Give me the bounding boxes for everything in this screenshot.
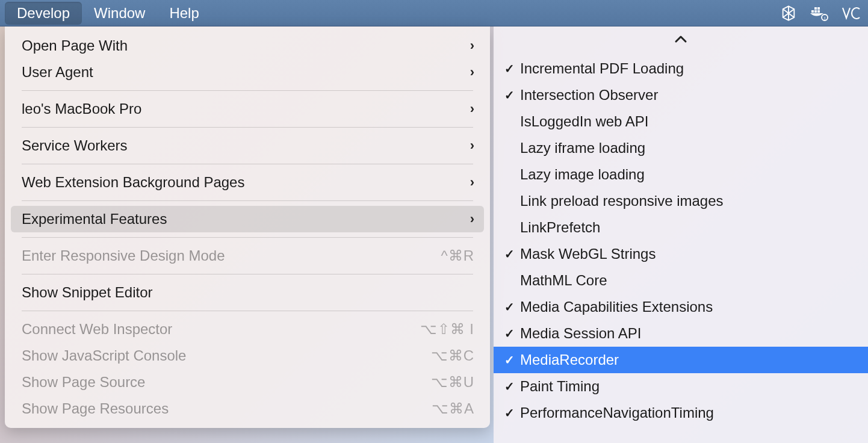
chevron-right-icon: › bbox=[470, 175, 474, 190]
separator bbox=[22, 90, 473, 91]
feature-item[interactable]: Lazy image loading bbox=[494, 161, 868, 188]
label: User Agent bbox=[22, 64, 470, 81]
label: Web Extension Background Pages bbox=[22, 174, 470, 191]
menu-right: ! bbox=[780, 5, 862, 22]
chevron-right-icon: › bbox=[470, 38, 474, 54]
feature-label: Incremental PDF Loading bbox=[520, 60, 856, 77]
feature-item[interactable]: ✓PerformanceNavigationTiming bbox=[494, 400, 868, 426]
menu-help[interactable]: Help bbox=[157, 2, 211, 25]
feature-item[interactable]: ✓Paint Timing bbox=[494, 373, 868, 400]
separator bbox=[22, 311, 473, 311]
checkmark-icon: ✓ bbox=[498, 379, 520, 394]
feature-label: MathML Core bbox=[520, 272, 856, 289]
separator bbox=[22, 127, 473, 128]
svg-rect-0 bbox=[811, 10, 814, 13]
checkmark-icon: ✓ bbox=[498, 353, 520, 367]
label: Show Snippet Editor bbox=[22, 284, 474, 301]
label: Experimental Features bbox=[22, 211, 470, 228]
svg-rect-1 bbox=[814, 10, 817, 13]
shortcut: ⌥⇧⌘ I bbox=[420, 321, 474, 338]
svg-text:!: ! bbox=[824, 16, 825, 21]
item-device[interactable]: leo's MacBook Pro › bbox=[5, 96, 490, 122]
feature-label: PerformanceNavigationTiming bbox=[520, 404, 856, 421]
label: Service Workers bbox=[22, 137, 470, 154]
checkmark-icon: ✓ bbox=[498, 88, 520, 102]
svg-rect-3 bbox=[814, 7, 817, 10]
unity-icon[interactable] bbox=[780, 5, 797, 22]
feature-label: Media Session API bbox=[520, 325, 856, 342]
checkmark-icon: ✓ bbox=[498, 406, 520, 420]
menu-left: Develop Window Help bbox=[5, 0, 211, 26]
feature-label: LinkPrefetch bbox=[520, 219, 856, 236]
vnc-icon[interactable] bbox=[842, 6, 862, 20]
shortcut: ⌥⌘U bbox=[431, 374, 474, 391]
feature-item[interactable]: MathML Core bbox=[494, 267, 868, 294]
shortcut: ⌥⌘C bbox=[431, 347, 474, 364]
submenu-list: ✓Incremental PDF Loading✓Intersection Ob… bbox=[494, 31, 868, 426]
feature-label: IsLoggedIn web API bbox=[520, 113, 856, 130]
feature-label: Intersection Observer bbox=[520, 87, 856, 104]
menu-develop[interactable]: Develop bbox=[5, 2, 82, 25]
feature-item[interactable]: ✓MediaRecorder bbox=[494, 347, 868, 373]
checkmark-icon: ✓ bbox=[498, 247, 520, 261]
separator bbox=[22, 237, 473, 238]
separator bbox=[22, 200, 473, 201]
feature-item[interactable]: ✓Intersection Observer bbox=[494, 82, 868, 108]
label: Show JavaScript Console bbox=[22, 347, 431, 364]
feature-label: Paint Timing bbox=[520, 378, 856, 395]
item-connect-inspector: Connect Web Inspector ⌥⇧⌘ I bbox=[5, 316, 490, 342]
chevron-right-icon: › bbox=[470, 101, 474, 117]
feature-label: Lazy iframe loading bbox=[520, 140, 856, 156]
item-open-page-with[interactable]: Open Page With › bbox=[5, 33, 490, 59]
label: Enter Responsive Design Mode bbox=[22, 247, 441, 264]
docker-icon[interactable]: ! bbox=[810, 5, 828, 21]
menubar: Develop Window Help ! bbox=[0, 0, 868, 26]
feature-item[interactable]: ✓Media Capabilities Extensions bbox=[494, 294, 868, 320]
label: Show Page Source bbox=[22, 374, 431, 391]
feature-item[interactable]: ✓Mask WebGL Strings bbox=[494, 241, 868, 267]
item-page-source: Show Page Source ⌥⌘U bbox=[5, 369, 490, 395]
chevron-right-icon: › bbox=[470, 138, 474, 153]
item-user-agent[interactable]: User Agent › bbox=[5, 59, 490, 85]
feature-item[interactable]: ✓Incremental PDF Loading bbox=[494, 55, 868, 82]
scroll-up-icon[interactable] bbox=[494, 30, 868, 48]
separator bbox=[22, 164, 473, 164]
svg-rect-2 bbox=[817, 10, 820, 13]
checkmark-icon: ✓ bbox=[498, 61, 520, 76]
feature-item[interactable]: Lazy iframe loading bbox=[494, 135, 868, 161]
feature-item[interactable]: Link preload responsive images bbox=[494, 188, 868, 214]
label: leo's MacBook Pro bbox=[22, 101, 470, 117]
item-snippet-editor[interactable]: Show Snippet Editor bbox=[5, 279, 490, 306]
checkmark-icon: ✓ bbox=[498, 326, 520, 341]
feature-label: MediaRecorder bbox=[520, 352, 856, 368]
experimental-features-submenu: ✓Incremental PDF Loading✓Intersection Ob… bbox=[494, 26, 868, 443]
feature-item[interactable]: ✓Media Session API bbox=[494, 320, 868, 347]
shortcut: ⌥⌘A bbox=[432, 400, 474, 417]
feature-item[interactable]: LinkPrefetch bbox=[494, 214, 868, 241]
item-page-resources: Show Page Resources ⌥⌘A bbox=[5, 395, 490, 422]
label: Connect Web Inspector bbox=[22, 321, 420, 338]
feature-label: Link preload responsive images bbox=[520, 193, 856, 209]
label: Open Page With bbox=[22, 37, 470, 54]
chevron-right-icon: › bbox=[470, 211, 474, 227]
shortcut: ^⌘R bbox=[441, 247, 474, 264]
item-service-workers[interactable]: Service Workers › bbox=[5, 132, 490, 159]
item-web-ext-bg[interactable]: Web Extension Background Pages › bbox=[5, 169, 490, 196]
chevron-right-icon: › bbox=[470, 64, 474, 80]
checkmark-icon: ✓ bbox=[498, 300, 520, 314]
separator bbox=[22, 274, 473, 274]
feature-label: Media Capabilities Extensions bbox=[520, 299, 856, 315]
item-responsive-design: Enter Responsive Design Mode ^⌘R bbox=[5, 243, 490, 269]
feature-label: Lazy image loading bbox=[520, 166, 856, 183]
label: Show Page Resources bbox=[22, 400, 432, 417]
feature-label: Mask WebGL Strings bbox=[520, 246, 856, 262]
item-js-console: Show JavaScript Console ⌥⌘C bbox=[5, 342, 490, 369]
item-experimental-features[interactable]: Experimental Features › bbox=[11, 206, 484, 232]
feature-item[interactable]: IsLoggedIn web API bbox=[494, 108, 868, 135]
menu-window[interactable]: Window bbox=[82, 2, 157, 25]
develop-dropdown: Open Page With › User Agent › leo's MacB… bbox=[5, 26, 490, 428]
svg-rect-4 bbox=[817, 7, 820, 10]
